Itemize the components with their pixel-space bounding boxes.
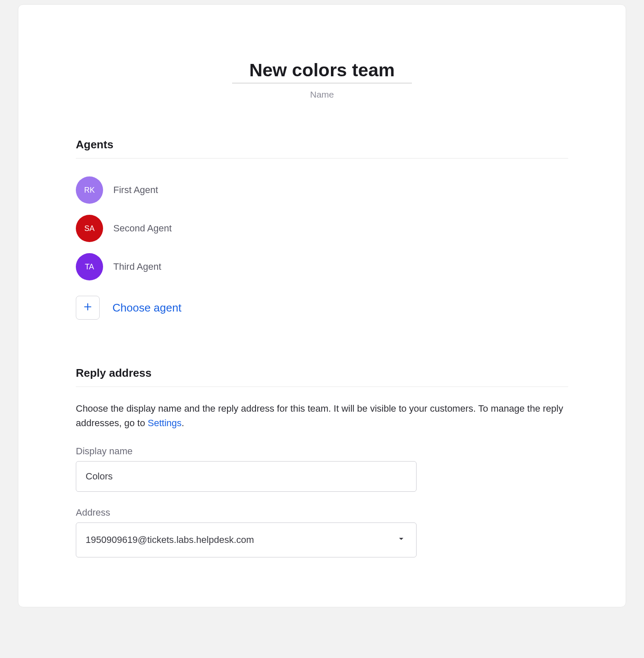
display-name-input[interactable] (76, 461, 417, 492)
team-name-label: Name (76, 89, 568, 100)
agent-name: Second Agent (113, 223, 172, 234)
address-label: Address (76, 507, 568, 518)
reply-description: Choose the display name and the reply ad… (76, 401, 568, 430)
display-name-label: Display name (76, 446, 568, 457)
team-name-value: New colors team (249, 60, 395, 80)
address-select[interactable]: 1950909619@tickets.labs.helpdesk.com (76, 522, 417, 557)
choose-agent-link[interactable]: Choose agent (112, 301, 181, 315)
agent-list: RKFirst AgentSASecond AgentTAThird Agent (76, 176, 568, 280)
avatar: RK (76, 176, 103, 204)
agent-row[interactable]: TAThird Agent (76, 253, 568, 280)
address-field: Address 1950909619@tickets.labs.helpdesk… (76, 507, 568, 557)
address-select-value: 1950909619@tickets.labs.helpdesk.com (86, 534, 254, 545)
team-name-block: New colors team Name (76, 60, 568, 100)
avatar: SA (76, 215, 103, 242)
agent-row[interactable]: RKFirst Agent (76, 176, 568, 204)
choose-agent-row: Choose agent (76, 296, 568, 320)
agent-row[interactable]: SASecond Agent (76, 215, 568, 242)
add-agent-button[interactable] (76, 296, 100, 320)
team-form-card: New colors team Name Agents RKFirst Agen… (18, 4, 626, 607)
display-name-field: Display name (76, 446, 568, 492)
reply-address-heading: Reply address (76, 367, 568, 387)
plus-icon (83, 302, 92, 314)
reply-desc-text-2: . (181, 418, 184, 428)
agents-heading: Agents (76, 138, 568, 159)
team-name-input-wrap[interactable]: New colors team (232, 60, 412, 84)
avatar: TA (76, 253, 103, 280)
agent-name: Third Agent (113, 261, 161, 272)
settings-link[interactable]: Settings (148, 418, 182, 428)
agent-name: First Agent (113, 185, 158, 196)
